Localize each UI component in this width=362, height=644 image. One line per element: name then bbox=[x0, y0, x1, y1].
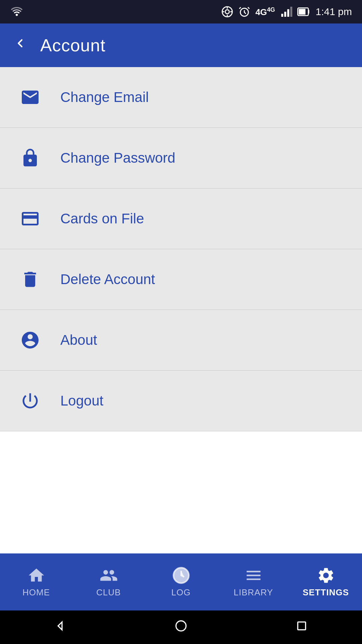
svg-rect-10 bbox=[287, 9, 289, 17]
status-bar: 4G4G 1:41 pm bbox=[0, 0, 362, 23]
delete-account-item[interactable]: Delete Account bbox=[0, 249, 362, 310]
cards-on-file-label: Cards on File bbox=[60, 211, 144, 227]
nav-club-label: CLUB bbox=[96, 587, 121, 598]
change-email-label: Change Email bbox=[60, 89, 149, 105]
email-icon bbox=[17, 84, 44, 111]
nav-settings[interactable]: SETTINGS bbox=[290, 553, 362, 610]
svg-marker-15 bbox=[58, 622, 62, 630]
cards-on-file-item[interactable]: Cards on File bbox=[0, 189, 362, 249]
menu-list: Change Email Change Password Cards on Fi… bbox=[0, 67, 362, 431]
nav-library[interactable]: LIBRARY bbox=[217, 553, 290, 610]
svg-point-16 bbox=[176, 621, 186, 631]
nav-log[interactable]: LOG bbox=[145, 553, 217, 610]
about-item[interactable]: About bbox=[0, 310, 362, 371]
header: Account bbox=[0, 23, 362, 67]
nav-home-label: HOME bbox=[22, 587, 50, 598]
about-label: About bbox=[60, 332, 97, 348]
logout-label: Logout bbox=[60, 393, 103, 409]
nav-club[interactable]: CLUB bbox=[72, 553, 145, 610]
android-nav bbox=[0, 610, 362, 644]
svg-point-2 bbox=[225, 10, 229, 14]
credit-card-icon bbox=[17, 205, 44, 232]
back-button[interactable] bbox=[13, 33, 27, 57]
nav-library-label: LIBRARY bbox=[234, 587, 273, 598]
bottom-nav: HOME CLUB LOG LIBRARY SETTINGS bbox=[0, 553, 362, 610]
status-right: 4G4G 1:41 pm bbox=[221, 6, 352, 18]
network-indicator: 4G4G bbox=[255, 6, 275, 17]
power-icon bbox=[17, 387, 44, 414]
svg-rect-11 bbox=[290, 7, 292, 17]
nav-settings-label: SETTINGS bbox=[303, 587, 349, 598]
change-email-item[interactable]: Change Email bbox=[0, 67, 362, 128]
svg-rect-17 bbox=[298, 622, 305, 630]
logout-item[interactable]: Logout bbox=[0, 371, 362, 431]
change-password-item[interactable]: Change Password bbox=[0, 128, 362, 189]
svg-rect-13 bbox=[299, 9, 305, 14]
nav-log-label: LOG bbox=[171, 587, 191, 598]
svg-point-0 bbox=[16, 14, 18, 16]
wifi-icon bbox=[10, 4, 23, 20]
nav-home[interactable]: HOME bbox=[0, 553, 72, 610]
time-display: 1:41 pm bbox=[316, 6, 352, 17]
lock-icon bbox=[17, 145, 44, 171]
delete-account-label: Delete Account bbox=[60, 271, 155, 287]
person-circle-icon bbox=[17, 327, 44, 354]
recents-android-button[interactable] bbox=[295, 619, 308, 636]
change-password-label: Change Password bbox=[60, 150, 175, 166]
status-left bbox=[10, 4, 23, 20]
svg-rect-8 bbox=[281, 14, 283, 17]
back-android-button[interactable] bbox=[54, 619, 67, 636]
page-title: Account bbox=[40, 35, 106, 55]
trash-icon bbox=[17, 266, 44, 293]
home-android-button[interactable] bbox=[174, 619, 188, 636]
svg-rect-9 bbox=[284, 12, 286, 17]
